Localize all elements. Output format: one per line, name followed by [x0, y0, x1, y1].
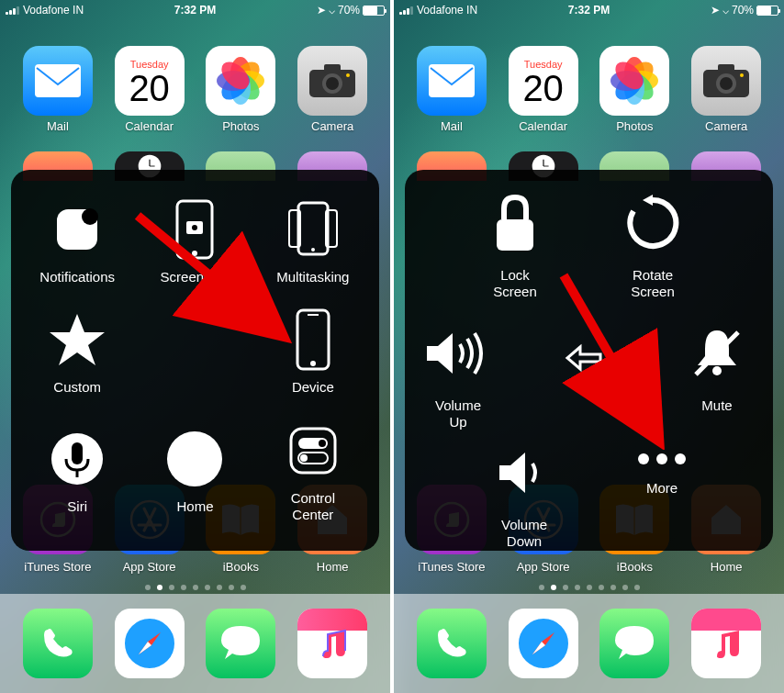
- app-mail[interactable]: Mail: [17, 46, 99, 133]
- status-bar: Vodafone IN 7:32 PM ➤ ⌵ 70%: [394, 0, 784, 20]
- volume-up-icon: [421, 317, 495, 390]
- screen-left: Vodafone IN 7:32 PM ➤ ⌵ 70% Mail Tuesday…: [0, 0, 390, 693]
- svg-rect-27: [297, 310, 329, 369]
- star-icon: [45, 307, 109, 372]
- at-label: Volume Up: [435, 397, 481, 430]
- app-mail[interactable]: Mail: [410, 46, 493, 133]
- app-camera[interactable]: Camera: [685, 46, 767, 133]
- at-volume-down[interactable]: Volume Down: [487, 436, 561, 550]
- photos-icon: [599, 46, 669, 116]
- at-label: Custom: [53, 379, 101, 396]
- phone-icon: [417, 609, 487, 678]
- calendar-date: 20: [129, 70, 170, 106]
- app-photos[interactable]: Photos: [594, 46, 677, 133]
- svg-rect-56: [718, 64, 734, 73]
- status-bar: Vodafone IN 7:32 PM ➤ ⌵ 70%: [0, 0, 390, 20]
- calendar-date: 20: [522, 70, 564, 106]
- music-icon: [297, 609, 367, 678]
- svg-point-67: [656, 453, 667, 464]
- at-mute[interactable]: Mute: [680, 317, 754, 414]
- calendar-icon: Tuesday20: [509, 46, 578, 116]
- app-calendar[interactable]: Tuesday20Calendar: [502, 46, 585, 133]
- at-label: Mute: [701, 397, 732, 414]
- app-music[interactable]: [291, 609, 374, 678]
- svg-point-26: [311, 248, 315, 251]
- app-label: Mail: [47, 119, 69, 133]
- svg-rect-29: [308, 314, 319, 316]
- svg-line-69: [564, 275, 651, 427]
- clock-label: 7:32 PM: [568, 4, 610, 17]
- location-icon: ➤: [317, 4, 326, 17]
- at-label: Notifications: [39, 269, 115, 285]
- svg-rect-23: [298, 203, 328, 254]
- app-safari[interactable]: [502, 609, 585, 678]
- clock-label: 7:32 PM: [174, 4, 216, 17]
- carrier-label: Vodafone IN: [417, 4, 477, 17]
- battery-icon: [756, 6, 778, 16]
- at-control-center[interactable]: Control Center: [254, 408, 372, 534]
- signal-icon: [399, 6, 413, 15]
- calendar-icon: Tuesday 20: [115, 46, 185, 116]
- at-lock-screen[interactable]: Lock Screen: [478, 186, 552, 300]
- at-custom[interactable]: Custom: [18, 296, 136, 407]
- app-calendar[interactable]: Tuesday 20 Calendar: [108, 46, 191, 133]
- svg-rect-31: [72, 442, 83, 464]
- notifications-icon: [45, 197, 109, 262]
- control-icon: [281, 419, 345, 483]
- svg-point-66: [638, 453, 649, 464]
- battery-pct: 70%: [732, 4, 754, 17]
- svg-point-38: [300, 454, 308, 462]
- lock-icon: [478, 186, 552, 260]
- svg-point-58: [720, 77, 733, 90]
- app-label: Photos: [616, 119, 653, 133]
- svg-point-13: [346, 73, 350, 77]
- app-phone[interactable]: [410, 609, 493, 678]
- signal-icon: [6, 6, 19, 15]
- battery-pct: 70%: [338, 4, 360, 17]
- phone-icon: [23, 609, 93, 678]
- app-label: Calendar: [519, 119, 567, 133]
- svg-point-59: [740, 73, 744, 77]
- rotate-icon: [616, 186, 689, 260]
- at-label: More: [646, 480, 678, 497]
- dock: [394, 594, 784, 693]
- at-more[interactable]: More: [625, 445, 699, 497]
- siri-icon: [45, 427, 109, 491]
- svg-point-18: [82, 208, 98, 225]
- app-label: iTunes Store: [418, 560, 485, 574]
- svg-point-68: [675, 453, 686, 464]
- app-messages[interactable]: [594, 609, 677, 678]
- app-music[interactable]: [685, 609, 767, 678]
- at-home[interactable]: Home: [136, 408, 253, 534]
- app-label: App Store: [517, 560, 570, 574]
- app-label: Home: [317, 560, 349, 574]
- safari-icon: [115, 609, 185, 678]
- battery-icon: [363, 6, 385, 16]
- at-volume-up[interactable]: Volume Up: [421, 317, 495, 430]
- svg-line-39: [138, 216, 271, 326]
- svg-rect-46: [429, 64, 475, 97]
- svg-point-12: [326, 77, 339, 90]
- app-photos[interactable]: Photos: [200, 46, 283, 133]
- app-label: Calendar: [125, 119, 174, 133]
- camera-icon: [691, 46, 761, 116]
- mail-icon: [23, 46, 93, 116]
- app-messages[interactable]: [200, 609, 283, 678]
- at-siri[interactable]: Siri: [18, 408, 136, 534]
- annotation-arrow: [129, 207, 294, 349]
- annotation-arrow: [550, 266, 678, 450]
- music-icon: [691, 609, 761, 678]
- svg-rect-45: [297, 609, 367, 631]
- mute-icon: [680, 317, 754, 390]
- svg-point-36: [319, 440, 326, 447]
- app-safari[interactable]: [108, 609, 191, 678]
- bluetooth-icon: ⌵: [722, 4, 729, 17]
- app-camera[interactable]: Camera: [291, 46, 374, 133]
- at-label: Lock Screen: [493, 267, 537, 300]
- page-dots[interactable]: [394, 585, 784, 590]
- app-label: iBooks: [223, 560, 259, 574]
- app-phone[interactable]: [17, 609, 99, 678]
- app-label: Mail: [441, 119, 463, 133]
- page-dots[interactable]: [0, 585, 390, 590]
- at-notifications[interactable]: Notifications: [18, 186, 136, 296]
